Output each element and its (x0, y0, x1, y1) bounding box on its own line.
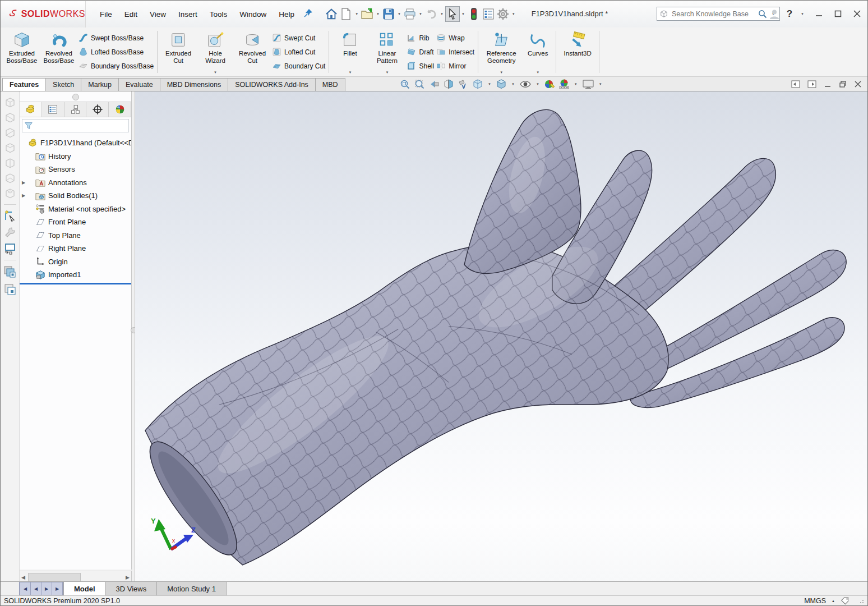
unit-system-value[interactable]: MMGS (804, 597, 826, 605)
menu-view[interactable]: View (144, 1, 172, 27)
print-dropdown-caret[interactable]: ▼ (419, 12, 422, 16)
reference-geometry-button[interactable]: Reference Geometry ▼ (482, 29, 521, 76)
edit-appearance-button[interactable] (543, 78, 556, 90)
display-style-caret[interactable]: ▼ (511, 82, 515, 86)
tree-item-sensors[interactable]: Sensors (20, 163, 131, 176)
menu-tools[interactable]: Tools (204, 1, 234, 27)
window-minimize-button[interactable] (812, 8, 825, 20)
tab-evaluate[interactable]: Evaluate (118, 78, 160, 91)
nav-last-tab-button[interactable]: ▶ (52, 582, 63, 595)
tab-mbd-dimensions[interactable]: MBD Dimensions (160, 78, 229, 91)
user-account-icon[interactable] (769, 8, 780, 20)
boundary-cut-button[interactable]: Boundary Cut (272, 61, 325, 71)
search-input[interactable] (671, 10, 755, 19)
tree-item-imported1[interactable]: Imported1 (20, 268, 131, 282)
curves-caret[interactable]: ▼ (536, 71, 539, 74)
tree-item-origin[interactable]: Origin (20, 255, 131, 269)
rebuild-traffic-light-button[interactable] (467, 6, 481, 22)
revolved-boss-button[interactable]: Revolved Boss/Base (41, 29, 76, 76)
menu-edit[interactable]: Edit (118, 1, 144, 27)
tree-item-top-plane[interactable]: Top Plane (20, 229, 131, 242)
lofted-boss-button[interactable]: Lofted Boss/Base (79, 47, 154, 57)
view-cube-icon-2[interactable] (4, 112, 16, 123)
select-tool-button[interactable] (445, 6, 460, 22)
dynamic-annotation-views-button[interactable] (457, 78, 469, 90)
revolved-cut-button[interactable]: Revolved Cut (235, 29, 270, 76)
collapse-pane-left-icon[interactable] (791, 80, 800, 88)
doc-close-icon[interactable] (854, 80, 862, 88)
view-settings-caret[interactable]: ▼ (599, 82, 602, 86)
menu-insert[interactable]: Insert (172, 1, 204, 27)
view-cube-icon-7[interactable] (4, 188, 16, 199)
menu-help[interactable]: Help (273, 1, 301, 27)
previous-view-button[interactable] (428, 78, 440, 90)
open-button[interactable] (360, 6, 375, 22)
linear-pattern-button[interactable]: Linear Pattern ▼ (370, 29, 404, 76)
tab-property-manager[interactable] (42, 102, 64, 117)
view-cube-icon-3[interactable] (4, 127, 16, 139)
fillet-button[interactable]: Fillet ▼ (333, 29, 367, 76)
display-style-button[interactable] (495, 78, 507, 90)
nav-prev-tab-button[interactable]: ◀ (30, 582, 41, 595)
section-view-button[interactable] (442, 78, 455, 90)
instant3d-button[interactable]: Instant3D (560, 29, 595, 76)
display-monitor-icon[interactable] (4, 242, 16, 255)
swept-boss-button[interactable]: Swept Boss/Base (79, 33, 154, 43)
save-dropdown-caret[interactable]: ▼ (398, 12, 401, 16)
reference-geometry-caret[interactable]: ▼ (500, 71, 503, 74)
tab-sketch[interactable]: Sketch (45, 78, 81, 91)
menu-file[interactable]: File (94, 1, 118, 27)
scroll-right-arrow[interactable]: ▶ (124, 575, 131, 580)
new-document-button[interactable] (339, 6, 353, 22)
collapse-pane-right-icon[interactable] (807, 80, 816, 88)
nav-first-tab-button[interactable]: ◀ (19, 582, 31, 595)
print-button[interactable] (403, 6, 417, 22)
tree-item-history[interactable]: History (20, 150, 131, 163)
swept-cut-button[interactable]: Swept Cut (272, 33, 325, 43)
solid-bodies-expander[interactable]: ▶ (20, 193, 27, 198)
save-button[interactable] (381, 6, 396, 22)
linear-pattern-caret[interactable]: ▼ (385, 71, 389, 74)
annotations-expander[interactable]: ▶ (20, 180, 27, 185)
rib-button[interactable]: Rib (407, 33, 434, 43)
apply-scene-button[interactable] (558, 78, 570, 90)
view-orientation-caret[interactable]: ▼ (488, 82, 491, 86)
nav-next-tab-button[interactable]: ▶ (41, 582, 52, 595)
tab-features[interactable]: Features (2, 78, 46, 91)
tab-mbd[interactable]: MBD (315, 78, 345, 91)
tab-motion-study-1[interactable]: Motion Study 1 (157, 582, 227, 595)
undo-button[interactable] (424, 6, 438, 22)
tab-feature-tree[interactable] (20, 102, 42, 117)
open-dropdown-caret[interactable]: ▼ (376, 12, 380, 16)
tree-item-material[interactable]: Material <not specified> (20, 203, 131, 216)
pin-menu-icon[interactable] (304, 8, 313, 20)
apply-scene-caret[interactable]: ▼ (574, 82, 578, 86)
fillet-caret[interactable]: ▼ (348, 71, 352, 74)
tree-root[interactable]: F1P3D1V1hand (Default<<D (20, 136, 131, 150)
tree-item-front-plane[interactable]: Front Plane (20, 215, 131, 229)
curves-button[interactable]: Curves ▼ (523, 29, 552, 76)
hide-show-items-button[interactable] (519, 78, 532, 90)
new-dropdown-caret[interactable]: ▼ (355, 12, 358, 16)
pane-layers-icon-1[interactable] (3, 265, 17, 279)
mirror-button[interactable]: Mirror (436, 61, 474, 71)
menu-window[interactable]: Window (233, 1, 273, 27)
lofted-cut-button[interactable]: Lofted Cut (272, 47, 325, 57)
wrench-tool-icon[interactable] (4, 226, 16, 238)
tab-model[interactable]: Model (63, 582, 106, 595)
sketch-tool-icon[interactable] (4, 210, 16, 222)
intersect-button[interactable]: Intersect (436, 47, 474, 57)
search-icon[interactable] (758, 10, 767, 19)
scroll-left-arrow[interactable]: ◀ (20, 575, 27, 580)
graphics-viewport[interactable]: Y Z x (135, 91, 867, 582)
tab-markup[interactable]: Markup (81, 78, 119, 91)
file-properties-button[interactable] (481, 6, 496, 22)
help-dropdown-caret[interactable]: ▼ (801, 12, 804, 16)
tree-item-solid-bodies[interactable]: ▶ Solid Bodies(1) (20, 189, 131, 203)
view-settings-button[interactable] (581, 78, 595, 90)
home-button[interactable] (324, 6, 339, 22)
help-button[interactable]: ? (787, 8, 792, 20)
doc-minimize-icon[interactable] (824, 80, 832, 88)
hide-show-caret[interactable]: ▼ (536, 82, 539, 86)
unit-system-caret[interactable]: ▲ (832, 599, 835, 603)
